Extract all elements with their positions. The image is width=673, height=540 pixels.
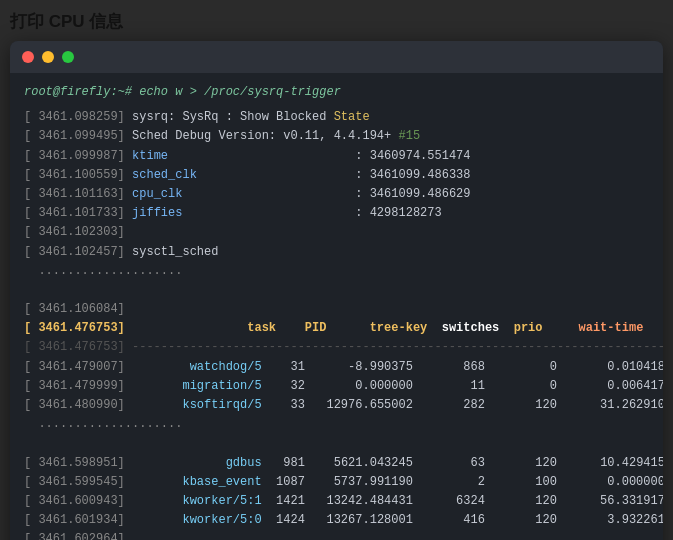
terminal-body: root@firefly:~# echo w > /proc/sysrq-tri… [10,73,663,540]
table-header: [ 3461.476753] task PID tree-key switche… [24,319,649,338]
line-dots1: .................... [24,262,649,281]
prompt: root@firefly:~# echo w > /proc/sysrq-tri… [24,85,341,99]
line-sysrq: [ 3461.098259] sysrq: SysRq : Show Block… [24,108,649,127]
close-dot[interactable] [22,51,34,63]
line-ktime: [ 3461.099987] ktime : 3460974.551474 [24,147,649,166]
table-row: [ 3461.479999] migration/5 32 0.000000 1… [24,377,649,396]
table-row: [ 3461.479007] watchdog/5 31 -8.990375 8… [24,358,649,377]
line-blank3: [ 3461.106084] [24,300,649,319]
line-jiffies: [ 3461.101733] jiffies : 4298128273 [24,204,649,223]
command-line: root@firefly:~# echo w > /proc/sysrq-tri… [24,83,649,102]
minimize-dot[interactable] [42,51,54,63]
table-row: [ 3461.480990] ksoftirqd/5 33 12976.6550… [24,396,649,415]
line-cpu-clk: [ 3461.101163] cpu_clk : 3461099.486629 [24,185,649,204]
line-dots2: .................... [24,415,649,434]
table-row: [ 3461.599545] kbase_event 1087 5737.991… [24,473,649,492]
table-row: [ 3461.598951] gdbus 981 5621.043245 63 … [24,454,649,473]
line-blank1: [ 3461.102303] [24,223,649,242]
table-divider: [ 3461.476753] -------------------------… [24,338,649,357]
table-row: [ 3461.601934] kworker/5:0 1424 13267.12… [24,511,649,530]
table-row: [ 3461.600943] kworker/5:1 1421 13242.48… [24,492,649,511]
line-sched-debug: [ 3461.099495] Sched Debug Version: v0.1… [24,127,649,146]
line-blank4 [24,434,649,453]
title-bar [10,41,663,73]
page-title: 打印 CPU 信息 [10,10,663,33]
line-sysctl: [ 3461.102457] sysctl_sched [24,243,649,262]
maximize-dot[interactable] [62,51,74,63]
line-last: [ 3461.602964] [24,530,649,540]
line-sched-clk: [ 3461.100559] sched_clk : 3461099.48633… [24,166,649,185]
line-blank2 [24,281,649,300]
terminal-window: root@firefly:~# echo w > /proc/sysrq-tri… [10,41,663,540]
